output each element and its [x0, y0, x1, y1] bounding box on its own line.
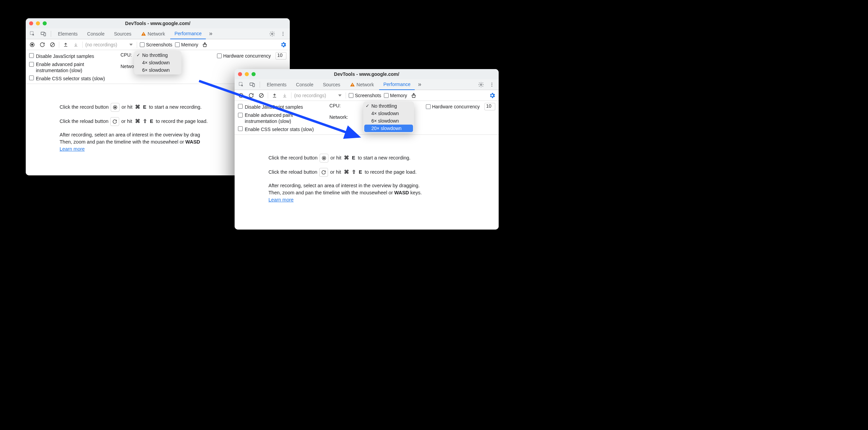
kebab-menu-icon[interactable] [487, 80, 497, 89]
screenshots-checkbox[interactable]: Screenshots [140, 42, 172, 47]
device-toolbar-icon[interactable] [247, 80, 257, 89]
reload-button[interactable] [247, 92, 255, 99]
svg-line-27 [260, 94, 263, 97]
download-icon[interactable] [72, 41, 80, 48]
inspect-element-icon[interactable] [28, 29, 37, 39]
capture-settings-panel: Disable JavaScript samples Enable advanc… [235, 101, 499, 135]
enable-css-checkbox[interactable] [238, 126, 243, 131]
more-tabs-icon[interactable] [416, 80, 423, 89]
cpu-throttle-option[interactable]: 4× slowdown [363, 110, 414, 117]
clear-button[interactable] [49, 41, 56, 48]
tab-sources[interactable]: Sources [110, 28, 135, 39]
hw-concurrency-input[interactable]: 10 [276, 52, 286, 60]
zoom-window-button[interactable] [43, 21, 47, 25]
hw-concurrency-checkbox[interactable]: Hardware concurrency [426, 104, 480, 109]
zoom-window-button[interactable] [252, 72, 256, 76]
record-button-inline[interactable] [320, 154, 328, 163]
clear-button[interactable] [258, 92, 265, 99]
enable-paint-label: Enable advanced paint instrumentation (s… [245, 112, 293, 124]
enable-css-checkbox[interactable] [29, 76, 34, 80]
garbage-collect-icon[interactable] [410, 92, 417, 99]
window-title: DevTools - www.google.com/ [29, 21, 286, 26]
garbage-collect-icon[interactable] [201, 41, 209, 48]
reload-button-inline[interactable] [110, 117, 119, 126]
reload-button-inline[interactable] [319, 168, 328, 177]
upload-icon[interactable] [271, 92, 278, 99]
tab-performance[interactable]: Performance [379, 79, 414, 90]
enable-css-label: Enable CSS selector stats (slow) [36, 76, 105, 82]
kebab-menu-icon[interactable] [278, 29, 288, 39]
cpu-throttle-dropdown[interactable]: No throttling4× slowdown6× slowdown20× s… [363, 102, 414, 133]
svg-rect-17 [253, 84, 255, 87]
inspect-element-icon[interactable] [237, 80, 246, 89]
svg-point-10 [31, 44, 33, 46]
svg-point-14 [114, 106, 116, 108]
memory-checkbox[interactable]: Memory [384, 93, 407, 98]
tab-elements[interactable]: Elements [54, 28, 82, 39]
enable-css-label: Enable CSS selector stats (slow) [245, 126, 314, 132]
performance-toolbar: (no recordings) Screenshots Memory [26, 39, 290, 50]
minimize-window-button[interactable] [245, 72, 249, 76]
disable-js-label: Disable JavaScript samples [245, 104, 303, 110]
record-button[interactable] [28, 41, 36, 48]
disable-js-checkbox[interactable] [238, 104, 243, 109]
close-window-button[interactable] [29, 21, 33, 25]
minimize-window-button[interactable] [36, 21, 40, 25]
tab-network[interactable]: Network [346, 79, 378, 90]
disable-js-checkbox[interactable] [29, 53, 34, 58]
cpu-throttle-option[interactable]: 6× slowdown [363, 117, 414, 125]
memory-checkbox[interactable]: Memory [175, 42, 198, 47]
tab-console[interactable]: Console [83, 28, 108, 39]
recordings-select-label: (no recordings) [294, 93, 326, 98]
svg-rect-3 [143, 33, 144, 34]
settings-gear-icon[interactable] [267, 29, 277, 39]
device-toolbar-icon[interactable] [39, 29, 48, 39]
svg-line-12 [51, 43, 54, 46]
reload-hint-pre: Click the reload button [60, 118, 108, 125]
cpu-throttle-label: CPU: [329, 103, 341, 108]
tab-sources[interactable]: Sources [319, 79, 344, 90]
svg-point-7 [283, 33, 283, 34]
learn-more-link[interactable]: Learn more [60, 146, 85, 152]
hw-concurrency-input[interactable]: 10 [484, 103, 495, 110]
tab-performance[interactable]: Performance [170, 28, 205, 39]
hw-concurrency-checkbox[interactable]: Hardware concurrency [217, 53, 271, 59]
cpu-throttle-option[interactable]: 6× slowdown [134, 66, 181, 74]
reload-hint-pre: Click the reload button [268, 169, 317, 176]
enable-paint-checkbox[interactable] [238, 113, 243, 117]
warning-icon [350, 82, 355, 87]
screenshots-checkbox[interactable]: Screenshots [349, 93, 381, 98]
performance-toolbar: (no recordings) Screenshots Memory [235, 90, 499, 101]
record-button[interactable] [237, 92, 245, 99]
reload-button[interactable] [39, 41, 46, 48]
performance-empty-state: Click the record button or hit ⌘ E to st… [235, 135, 499, 230]
cpu-throttle-option[interactable]: No throttling [363, 102, 414, 110]
enable-paint-checkbox[interactable] [29, 62, 34, 67]
more-tabs-icon[interactable] [207, 29, 214, 39]
cpu-throttle-option[interactable]: No throttling [134, 51, 181, 59]
close-window-button[interactable] [238, 72, 242, 76]
tab-elements[interactable]: Elements [263, 79, 290, 90]
tab-network[interactable]: Network [137, 28, 169, 39]
record-hint-pre: Click the record button [60, 104, 109, 111]
record-button-inline[interactable] [111, 103, 120, 112]
settings-gear-icon[interactable] [476, 80, 486, 89]
capture-settings-gear-icon[interactable] [280, 41, 287, 48]
titlebar: DevTools - www.google.com/ [26, 18, 290, 28]
capture-settings-gear-icon[interactable] [489, 92, 496, 99]
tab-console[interactable]: Console [292, 79, 317, 90]
svg-point-25 [240, 94, 242, 96]
cpu-throttle-option[interactable]: 4× slowdown [134, 59, 181, 66]
recordings-select[interactable]: (no recordings) [294, 93, 343, 98]
recordings-select[interactable]: (no recordings) [85, 42, 134, 47]
svg-point-22 [492, 84, 492, 85]
cpu-throttle-option[interactable]: 20× slowdown [364, 125, 413, 132]
download-icon[interactable] [281, 92, 288, 99]
learn-more-link[interactable]: Learn more [268, 197, 294, 202]
cpu-throttle-dropdown[interactable]: No throttling4× slowdown6× slowdown [134, 51, 181, 74]
upload-icon[interactable] [62, 41, 69, 48]
network-throttle-label: Network: [329, 114, 348, 120]
panel-tabstrip: Elements Console Sources Network Perform… [235, 79, 499, 90]
svg-point-5 [272, 33, 273, 35]
svg-rect-19 [352, 85, 352, 86]
